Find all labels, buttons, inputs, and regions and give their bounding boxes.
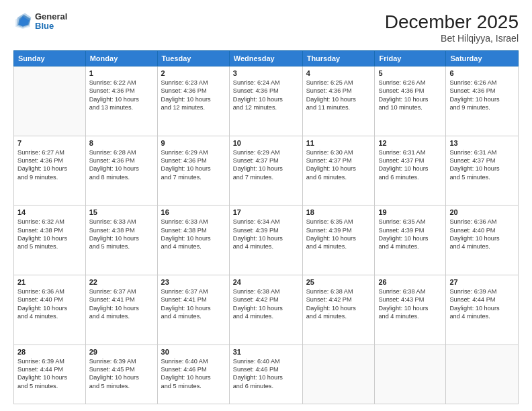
day-number: 10 bbox=[233, 139, 299, 147]
header: General Blue December 2025 Bet Hilqiyya,… bbox=[13, 12, 519, 44]
day-number: 20 bbox=[449, 208, 515, 216]
day-info: Sunrise: 6:24 AM Sunset: 4:36 PM Dayligh… bbox=[233, 79, 299, 112]
calendar-cell: 14Sunrise: 6:32 AM Sunset: 4:38 PM Dayli… bbox=[14, 205, 86, 275]
day-info: Sunrise: 6:31 AM Sunset: 4:37 PM Dayligh… bbox=[449, 148, 515, 182]
day-number: 21 bbox=[17, 278, 82, 286]
day-info: Sunrise: 6:38 AM Sunset: 4:42 PM Dayligh… bbox=[306, 287, 371, 321]
day-info: Sunrise: 6:27 AM Sunset: 4:36 PM Dayligh… bbox=[17, 148, 82, 182]
calendar-cell: 30Sunrise: 6:40 AM Sunset: 4:46 PM Dayli… bbox=[157, 345, 229, 404]
col-thursday: Thursday bbox=[302, 50, 375, 66]
day-info: Sunrise: 6:37 AM Sunset: 4:41 PM Dayligh… bbox=[161, 287, 226, 321]
calendar-cell: 3Sunrise: 6:24 AM Sunset: 4:36 PM Daylig… bbox=[229, 66, 302, 136]
day-info: Sunrise: 6:31 AM Sunset: 4:37 PM Dayligh… bbox=[378, 148, 442, 182]
calendar-cell: 11Sunrise: 6:30 AM Sunset: 4:37 PM Dayli… bbox=[302, 136, 375, 205]
calendar-cell bbox=[302, 345, 375, 404]
day-number: 31 bbox=[233, 348, 299, 356]
day-info: Sunrise: 6:40 AM Sunset: 4:46 PM Dayligh… bbox=[233, 357, 299, 391]
calendar-week-2: 7Sunrise: 6:27 AM Sunset: 4:36 PM Daylig… bbox=[14, 136, 519, 205]
calendar-cell: 17Sunrise: 6:34 AM Sunset: 4:39 PM Dayli… bbox=[229, 205, 302, 275]
day-number: 16 bbox=[161, 208, 226, 216]
calendar-cell: 4Sunrise: 6:25 AM Sunset: 4:36 PM Daylig… bbox=[302, 66, 375, 136]
calendar-cell: 29Sunrise: 6:39 AM Sunset: 4:45 PM Dayli… bbox=[85, 345, 157, 404]
day-info: Sunrise: 6:35 AM Sunset: 4:39 PM Dayligh… bbox=[306, 218, 371, 251]
calendar-cell: 5Sunrise: 6:26 AM Sunset: 4:36 PM Daylig… bbox=[375, 66, 446, 136]
day-number: 29 bbox=[89, 348, 154, 356]
day-number: 3 bbox=[233, 69, 299, 77]
day-number: 2 bbox=[161, 69, 226, 77]
logo-blue-text: Blue bbox=[35, 21, 67, 31]
day-info: Sunrise: 6:36 AM Sunset: 4:40 PM Dayligh… bbox=[449, 218, 515, 251]
calendar-cell: 7Sunrise: 6:27 AM Sunset: 4:36 PM Daylig… bbox=[14, 136, 86, 205]
day-number: 17 bbox=[233, 208, 299, 216]
calendar-cell: 28Sunrise: 6:39 AM Sunset: 4:44 PM Dayli… bbox=[14, 345, 86, 404]
col-friday: Friday bbox=[375, 50, 446, 66]
calendar-week-5: 28Sunrise: 6:39 AM Sunset: 4:44 PM Dayli… bbox=[14, 345, 519, 404]
day-number: 14 bbox=[17, 208, 82, 216]
day-number: 23 bbox=[161, 278, 226, 286]
day-number: 4 bbox=[306, 69, 371, 77]
col-sunday: Sunday bbox=[14, 50, 86, 66]
day-info: Sunrise: 6:26 AM Sunset: 4:36 PM Dayligh… bbox=[378, 79, 442, 112]
day-info: Sunrise: 6:37 AM Sunset: 4:41 PM Dayligh… bbox=[89, 287, 154, 321]
calendar-cell bbox=[446, 345, 519, 404]
month-year: December 2025 bbox=[385, 12, 519, 33]
day-info: Sunrise: 6:25 AM Sunset: 4:36 PM Dayligh… bbox=[306, 79, 371, 112]
day-info: Sunrise: 6:32 AM Sunset: 4:38 PM Dayligh… bbox=[17, 218, 82, 251]
calendar-cell: 15Sunrise: 6:33 AM Sunset: 4:38 PM Dayli… bbox=[85, 205, 157, 275]
day-number: 25 bbox=[306, 278, 371, 286]
day-number: 18 bbox=[306, 208, 371, 216]
day-info: Sunrise: 6:30 AM Sunset: 4:37 PM Dayligh… bbox=[306, 148, 371, 182]
calendar-cell bbox=[14, 66, 86, 136]
calendar-week-1: 1Sunrise: 6:22 AM Sunset: 4:36 PM Daylig… bbox=[14, 66, 519, 136]
day-info: Sunrise: 6:40 AM Sunset: 4:46 PM Dayligh… bbox=[161, 357, 226, 391]
title-block: December 2025 Bet Hilqiyya, Israel bbox=[385, 12, 519, 44]
calendar-cell bbox=[375, 345, 446, 404]
weekday-header-row: Sunday Monday Tuesday Wednesday Thursday… bbox=[14, 50, 519, 66]
day-info: Sunrise: 6:33 AM Sunset: 4:38 PM Dayligh… bbox=[89, 218, 154, 251]
calendar-cell: 27Sunrise: 6:39 AM Sunset: 4:44 PM Dayli… bbox=[446, 275, 519, 345]
day-number: 28 bbox=[17, 348, 82, 356]
calendar-cell: 25Sunrise: 6:38 AM Sunset: 4:42 PM Dayli… bbox=[302, 275, 375, 345]
calendar-cell: 26Sunrise: 6:38 AM Sunset: 4:43 PM Dayli… bbox=[375, 275, 446, 345]
logo: General Blue bbox=[13, 12, 67, 32]
day-info: Sunrise: 6:23 AM Sunset: 4:36 PM Dayligh… bbox=[161, 79, 226, 112]
calendar-cell: 10Sunrise: 6:29 AM Sunset: 4:37 PM Dayli… bbox=[229, 136, 302, 205]
day-number: 1 bbox=[89, 69, 154, 77]
day-number: 8 bbox=[89, 139, 154, 147]
calendar-week-4: 21Sunrise: 6:36 AM Sunset: 4:40 PM Dayli… bbox=[14, 275, 519, 345]
calendar-cell: 23Sunrise: 6:37 AM Sunset: 4:41 PM Dayli… bbox=[157, 275, 229, 345]
calendar-cell: 22Sunrise: 6:37 AM Sunset: 4:41 PM Dayli… bbox=[85, 275, 157, 345]
day-info: Sunrise: 6:29 AM Sunset: 4:36 PM Dayligh… bbox=[161, 148, 226, 182]
day-number: 6 bbox=[449, 69, 515, 77]
calendar-cell: 13Sunrise: 6:31 AM Sunset: 4:37 PM Dayli… bbox=[446, 136, 519, 205]
calendar-cell: 1Sunrise: 6:22 AM Sunset: 4:36 PM Daylig… bbox=[85, 66, 157, 136]
calendar-cell: 19Sunrise: 6:35 AM Sunset: 4:39 PM Dayli… bbox=[375, 205, 446, 275]
day-number: 26 bbox=[378, 278, 442, 286]
day-number: 12 bbox=[378, 139, 442, 147]
calendar-cell: 24Sunrise: 6:38 AM Sunset: 4:42 PM Dayli… bbox=[229, 275, 302, 345]
day-info: Sunrise: 6:28 AM Sunset: 4:36 PM Dayligh… bbox=[89, 148, 154, 182]
col-tuesday: Tuesday bbox=[157, 50, 229, 66]
calendar-cell: 21Sunrise: 6:36 AM Sunset: 4:40 PM Dayli… bbox=[14, 275, 86, 345]
calendar-header: Sunday Monday Tuesday Wednesday Thursday… bbox=[14, 50, 519, 66]
logo-general-text: General bbox=[35, 12, 67, 21]
day-number: 7 bbox=[17, 139, 82, 147]
day-info: Sunrise: 6:39 AM Sunset: 4:44 PM Dayligh… bbox=[17, 357, 82, 391]
day-number: 13 bbox=[449, 139, 515, 147]
day-info: Sunrise: 6:38 AM Sunset: 4:43 PM Dayligh… bbox=[378, 287, 442, 321]
calendar-cell: 20Sunrise: 6:36 AM Sunset: 4:40 PM Dayli… bbox=[446, 205, 519, 275]
day-info: Sunrise: 6:29 AM Sunset: 4:37 PM Dayligh… bbox=[233, 148, 299, 182]
calendar-cell: 12Sunrise: 6:31 AM Sunset: 4:37 PM Dayli… bbox=[375, 136, 446, 205]
day-info: Sunrise: 6:26 AM Sunset: 4:36 PM Dayligh… bbox=[449, 79, 515, 112]
calendar-cell: 8Sunrise: 6:28 AM Sunset: 4:36 PM Daylig… bbox=[85, 136, 157, 205]
day-number: 11 bbox=[306, 139, 371, 147]
day-info: Sunrise: 6:34 AM Sunset: 4:39 PM Dayligh… bbox=[233, 218, 299, 251]
page: General Blue December 2025 Bet Hilqiyya,… bbox=[0, 0, 532, 411]
day-number: 24 bbox=[233, 278, 299, 286]
day-info: Sunrise: 6:22 AM Sunset: 4:36 PM Dayligh… bbox=[89, 79, 154, 112]
day-number: 15 bbox=[89, 208, 154, 216]
location: Bet Hilqiyya, Israel bbox=[385, 33, 519, 44]
day-number: 19 bbox=[378, 208, 442, 216]
col-wednesday: Wednesday bbox=[229, 50, 302, 66]
calendar-cell: 2Sunrise: 6:23 AM Sunset: 4:36 PM Daylig… bbox=[157, 66, 229, 136]
